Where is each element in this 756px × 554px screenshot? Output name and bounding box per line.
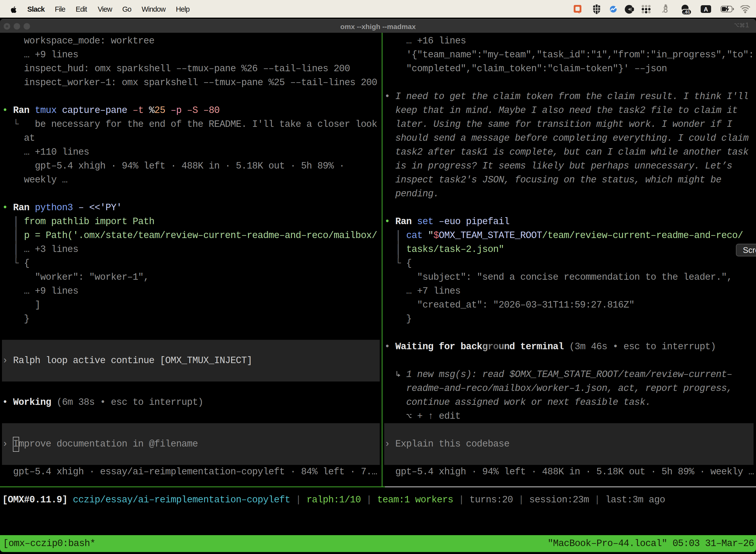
svg-text:..61: ..61 [683, 10, 690, 14]
svg-text:A: A [704, 6, 708, 13]
